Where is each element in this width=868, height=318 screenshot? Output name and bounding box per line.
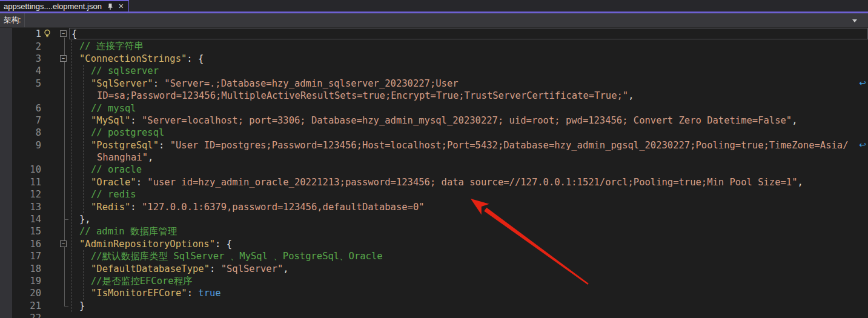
ide-window: appsettings....elopment.json × 架构: [0, 0, 868, 318]
code-line[interactable]: 17//默认数据库类型 SqlServer 、MySql 、PostgreSql… [0, 250, 868, 262]
code-line[interactable]: ID=sa;Password=123456;MultipleActiveResu… [0, 90, 868, 102]
fold-gutter: − [41, 28, 71, 40]
code-token: , [792, 115, 797, 126]
fold-gutter [41, 65, 71, 77]
code-line[interactable]: 5"SqlServer": "Server=.;Database=hzy_adm… [0, 78, 868, 90]
fold-gutter [41, 90, 71, 102]
code-editor[interactable]: 1−{2// 连接字符串3−"ConnectionStrings": {4// … [0, 28, 868, 318]
code-token: : { [187, 53, 204, 64]
fold-gutter [41, 40, 71, 52]
code-token: "MySql" [91, 115, 130, 126]
current-line-highlight [69, 28, 868, 39]
fold-gutter [41, 250, 71, 262]
code-rows: 1−{2// 连接字符串3−"ConnectionStrings": {4// … [0, 28, 868, 318]
code-token: "Redis" [91, 202, 130, 213]
chevron-down-icon [852, 19, 857, 22]
line-number: 6 [0, 103, 41, 114]
word-wrap-return-icon: ↩ [859, 140, 866, 150]
tab-strip: appsettings....elopment.json × [0, 0, 868, 13]
line-number: 10 [0, 164, 41, 175]
fold-gutter [41, 287, 71, 299]
line-number: 14 [0, 214, 41, 225]
code-line[interactable]: 18"DefaultDatabaseType": "SqlServer", [0, 262, 868, 274]
tab-appsettings-development-json[interactable]: appsettings....elopment.json × [0, 0, 129, 12]
code-line[interactable]: 13"Redis": "127.0.0.1:6379,password=1234… [0, 200, 868, 213]
code-text: "Oracle": "user id=hzy_admin_oracle_2022… [91, 177, 803, 188]
pin-icon[interactable] [107, 2, 114, 10]
code-text: // postgresql [91, 127, 164, 138]
fold-collapse-button[interactable]: − [60, 30, 67, 37]
schema-bar: 架构: [0, 13, 868, 28]
code-token: { [71, 28, 77, 39]
word-wrap-return-icon: ↩ [859, 78, 866, 88]
close-icon[interactable]: × [118, 2, 125, 10]
line-number: 18 [0, 263, 41, 274]
code-token: , [797, 177, 803, 188]
fold-gutter [41, 102, 71, 114]
line-number: 22 [0, 313, 41, 318]
schema-combobox[interactable] [24, 13, 868, 27]
fold-gutter [41, 312, 71, 318]
code-line[interactable]: 7"MySql": "Server=localhost; port=3306; … [0, 114, 868, 127]
code-token: "DefaultDatabaseType" [91, 263, 210, 274]
code-token: "SqlServer" [91, 78, 153, 89]
code-token: : [130, 202, 142, 213]
code-line[interactable]: 10// oracle [0, 164, 868, 176]
code-line[interactable]: 15// admin 数据库管理 [0, 225, 868, 237]
code-token: // 连接字符串 [79, 41, 144, 51]
code-text: // redis [91, 189, 136, 200]
code-token: // redis [91, 189, 136, 200]
code-text: "AdminRepositoryOptions": { [79, 239, 232, 250]
line-number: 12 [0, 189, 41, 200]
tab-title: appsettings....elopment.json [4, 2, 102, 11]
fold-gutter [41, 225, 71, 237]
code-token: , [148, 152, 153, 163]
code-line[interactable]: 14}, [0, 213, 868, 225]
code-token: true [198, 288, 220, 299]
code-text: "DefaultDatabaseType": "SqlServer", [91, 263, 289, 274]
code-line[interactable]: 11"Oracle": "user id=hzy_admin_oracle_20… [0, 176, 868, 188]
code-text: "SqlServer": "Server=.;Database=hzy_admi… [91, 78, 459, 89]
code-token: "Server=.;Database=hzy_admin_sqlserver_2… [164, 78, 458, 89]
code-line[interactable]: Shanghai", [0, 151, 868, 164]
code-token: // sqlserver [91, 65, 159, 76]
code-text: // admin 数据库管理 [79, 225, 177, 238]
line-number: 9 [0, 140, 41, 151]
code-line[interactable]: 22 [0, 312, 868, 318]
code-token: "PostgreSql" [91, 140, 159, 151]
fold-gutter [41, 176, 71, 188]
code-token: "User ID=postgres;Password=123456;Host=l… [170, 140, 849, 151]
code-token: "user id=hzy_admin_oracle_20221213;passw… [147, 177, 797, 188]
lightbulb-icon[interactable] [43, 29, 51, 41]
code-text: "Redis": "127.0.0.1:6379,password=123456… [91, 202, 425, 213]
code-line[interactable]: 2// 连接字符串 [0, 40, 868, 52]
code-token: , [283, 263, 288, 274]
code-token: "127.0.0.1:6379,password=123456,defaultD… [142, 202, 425, 213]
fold-gutter [41, 188, 71, 200]
line-number: 17 [0, 251, 41, 262]
code-text: { [71, 28, 77, 39]
code-line[interactable]: 12// redis [0, 188, 868, 200]
code-line[interactable]: 1−{ [0, 28, 868, 40]
code-line[interactable]: 6// mysql [0, 102, 868, 114]
code-token: ID=sa;Password=123456;MultipleActiveResu… [97, 90, 628, 101]
line-number: 1 [0, 28, 41, 39]
fold-gutter: − [41, 238, 71, 250]
code-line[interactable]: 4// sqlserver [0, 65, 868, 77]
code-line[interactable]: 3−"ConnectionStrings": { [0, 53, 868, 65]
code-token: "Oracle" [91, 177, 136, 188]
code-line[interactable]: 20"IsMonitorEFCore": true [0, 287, 868, 299]
fold-gutter [41, 164, 71, 176]
code-line[interactable]: 21} [0, 300, 868, 312]
code-line[interactable]: 9"PostgreSql": "User ID=postgres;Passwor… [0, 139, 868, 151]
code-token: }, [79, 214, 91, 225]
fold-gutter [41, 262, 71, 274]
code-token: : { [215, 239, 232, 250]
fold-collapse-button[interactable]: − [60, 240, 67, 247]
code-line[interactable]: 8// postgresql [0, 127, 868, 139]
line-number: 21 [0, 300, 41, 311]
code-token: : [210, 263, 221, 274]
code-line[interactable]: 16−"AdminRepositoryOptions": { [0, 238, 868, 250]
code-line[interactable]: 19//是否监控EFCore程序 [0, 275, 868, 287]
fold-collapse-button[interactable]: − [60, 55, 67, 62]
